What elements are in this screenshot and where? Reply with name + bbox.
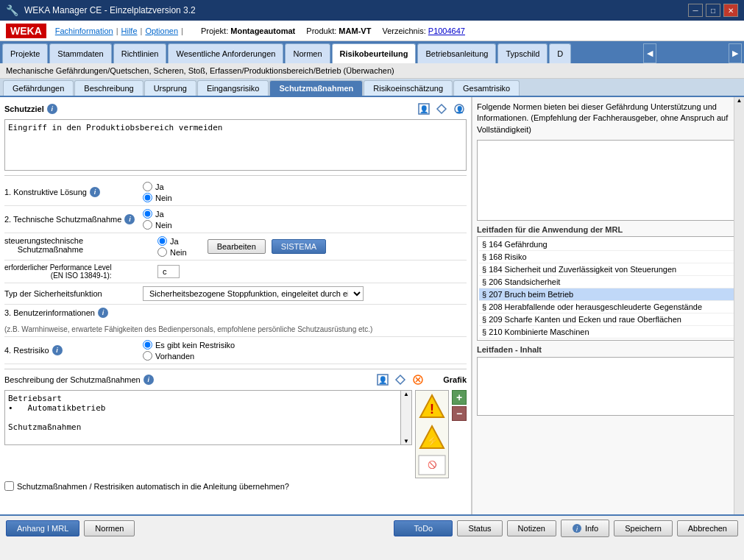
info-icon: i <box>572 523 582 534</box>
subtab-schutzmassnahmen[interactable]: Schutzmaßnahmen <box>269 80 363 96</box>
technische-info-icon[interactable]: i <box>124 214 135 224</box>
subtab-eingangsrisiko[interactable]: Eingangsrisiko <box>197 80 269 96</box>
schutzziel-textarea[interactable]: Eingriff in den Produktiobsbereich verme… <box>4 119 467 171</box>
notizen-button[interactable]: Notizen <box>507 520 556 536</box>
menu-fachinformation[interactable]: Fachinformation <box>55 26 113 35</box>
title-bar-text: WEKA Manager CE - Einzelplatzversion 3.2 <box>24 5 196 15</box>
anhang-mrl-button[interactable]: Anhang I MRL <box>6 520 79 536</box>
warning-icon-3: 🚫 <box>417 454 447 476</box>
abbrechen-button[interactable]: Abbrechen <box>677 520 738 536</box>
tab-typschild[interactable]: Typschild <box>497 43 548 63</box>
technische-ja[interactable]: Ja <box>143 209 172 219</box>
performance-label: erforderlicher Performance Level(EN ISO … <box>4 263 152 280</box>
minimize-button[interactable]: ─ <box>688 4 703 17</box>
konstruktive-loesung-label: 1. Konstruktive Lösung i <box>4 187 137 197</box>
grafik-remove-button[interactable]: − <box>452 406 467 421</box>
menu-optionen[interactable]: Optionen <box>145 26 178 35</box>
schutzmassnahmen-checkbox-label: Schutzmaßnahmen / Restrisiken automatisc… <box>17 482 289 491</box>
subtab-risikoeinschaetzung[interactable]: Risikoeinschätzung <box>364 80 453 96</box>
text-scrollbar[interactable]: ▲ ▼ <box>400 390 412 445</box>
schutzziel-section: Schutzziel i 👤 👤 Eingriff in den Produkt… <box>4 102 467 172</box>
leitfaden-item-7[interactable]: § 210 Kombinierte Maschinen <box>479 326 737 339</box>
tab-betriebsanleitung[interactable]: Betriebsanleitung <box>417 43 496 63</box>
konstruktive-loesung-row: 1. Konstruktive Lösung i Ja Nein <box>4 179 467 206</box>
directory-value[interactable]: P1004647 <box>428 26 465 35</box>
desc-toolbar-icon-1[interactable]: 👤 <box>375 372 390 387</box>
subtab-gefaehrdungen[interactable]: Gefährdungen <box>3 80 74 96</box>
svg-text:⚡: ⚡ <box>426 435 439 447</box>
leitfaden-item-0[interactable]: § 164 Gefährdung <box>479 238 737 251</box>
schutzziel-info-icon[interactable]: i <box>47 104 57 114</box>
toolbar-icon-1[interactable]: 👤 <box>417 102 431 116</box>
performance-level-row: erforderlicher Performance Level(EN ISO … <box>4 260 467 283</box>
beschreibung-section: Beschreibung der Schutzmaßnahmen i 👤 Gra… <box>4 369 467 494</box>
leitfaden-item-4[interactable]: § 207 Bruch beim Betrieb <box>479 288 737 301</box>
product-value: MAM-VT <box>339 26 371 35</box>
project-label: Projekt: <box>201 26 228 35</box>
svg-text:!: ! <box>430 402 434 417</box>
subtab-beschreibung[interactable]: Beschreibung <box>74 80 143 96</box>
grafik-add-button[interactable]: + <box>452 390 467 405</box>
toolbar-icon-3[interactable]: 👤 <box>452 102 467 116</box>
nav-scroll-left[interactable]: ◀ <box>643 43 656 63</box>
close-button[interactable]: ✕ <box>723 4 738 17</box>
restrisiko-info-icon[interactable]: i <box>52 345 63 355</box>
restrisiko-vorhanden[interactable]: Vorhanden <box>143 351 235 361</box>
konstruktive-info-icon[interactable]: i <box>90 187 100 197</box>
right-normen-box <box>477 140 740 221</box>
konstruktive-nein[interactable]: Nein <box>143 193 172 202</box>
weka-logo: WEKA <box>6 24 46 38</box>
desc-toolbar-icon-3[interactable] <box>411 372 425 387</box>
leitfaden-item-6[interactable]: § 209 Scharfe Kanten und Ecken und raue … <box>479 313 737 326</box>
scroll-up[interactable]: ▲ <box>403 391 409 397</box>
beschreibung-textarea[interactable]: Betriebsart • Automatikbetrieb Schutzmaß… <box>4 390 412 445</box>
schutzmassnahmen-checkbox[interactable] <box>4 481 14 491</box>
beschreibung-header: Beschreibung der Schutzmaßnahmen i 👤 Gra… <box>4 372 467 387</box>
schutzmassnahmen-checkbox-row: Schutzmaßnahmen / Restrisiken automatisc… <box>4 478 467 494</box>
toolbar-icon-2[interactable] <box>434 102 449 116</box>
subtab-ursprung[interactable]: Ursprung <box>144 80 196 96</box>
leitfaden-item-5[interactable]: § 208 Herabfallende oder herausgeschleud… <box>479 301 737 313</box>
maximize-button[interactable]: □ <box>706 4 720 17</box>
sicherheitsfunktion-select[interactable]: Sicherheitsbezogene Stoppfunktion, einge… <box>143 286 364 301</box>
tab-wesentliche[interactable]: Wesentliche Anforderungen <box>168 43 283 63</box>
info-button[interactable]: i Info <box>561 520 609 537</box>
konstruktive-ja[interactable]: Ja <box>143 182 172 191</box>
nav-scroll-right[interactable]: ▶ <box>729 43 742 63</box>
tab-richtlinien[interactable]: Richtlinien <box>113 43 167 63</box>
restrisiko-kein[interactable]: Es gibt kein Restrisiko <box>143 340 235 350</box>
bearbeiten-button[interactable]: Bearbeiten <box>208 239 266 254</box>
benutzerinformationen-row: 3. Benutzerinformationen i (z.B. Warnhin… <box>4 305 467 337</box>
scroll-down[interactable]: ▼ <box>403 438 409 444</box>
steuerung-nein[interactable]: Nein <box>157 247 187 257</box>
beschreibung-info-icon[interactable]: i <box>144 375 154 385</box>
tab-d[interactable]: D <box>549 43 571 63</box>
technische-nein[interactable]: Nein <box>143 220 172 230</box>
tab-risikobeurteilung[interactable]: Risikobeurteilung <box>332 43 417 63</box>
benutzerinformationen-header: 3. Benutzerinformationen i <box>4 308 108 318</box>
title-bar-controls: ─ □ ✕ <box>688 4 738 17</box>
tab-stammdaten[interactable]: Stammdaten <box>49 43 111 63</box>
sistema-button[interactable]: SISTEMA <box>272 239 326 254</box>
leitfaden-item-1[interactable]: § 168 Risiko <box>479 251 737 263</box>
status-button[interactable]: Status <box>457 520 502 536</box>
technische-label: 2. Technische Schutzmaßnahme i <box>4 214 137 224</box>
steuerung-ja[interactable]: Ja <box>157 236 187 246</box>
steuerungstechnische-label: steuerungstechnischeSchutzmaßnahme <box>4 236 152 254</box>
todo-button[interactable]: ToDo <box>394 520 453 536</box>
tab-projekte[interactable]: Projekte <box>2 43 48 63</box>
steuerungstechnische-row: steuerungstechnischeSchutzmaßnahme Ja Ne… <box>4 233 467 260</box>
right-scrollbar[interactable]: ▲ <box>734 97 744 514</box>
subtab-gesamtrisiko[interactable]: Gesamtrisiko <box>453 80 520 96</box>
leitfaden-item-3[interactable]: § 206 Standsicherheit <box>479 276 737 288</box>
right-scroll-up[interactable]: ▲ <box>734 97 744 104</box>
desc-toolbar-icon-2[interactable] <box>393 372 408 387</box>
leitfaden-item-2[interactable]: § 184 Sicherheit und Zuverlässigkeit von… <box>479 263 737 276</box>
directory-label: Verzeichnis: <box>382 26 425 35</box>
tab-normen[interactable]: Normen <box>285 43 330 63</box>
speichern-button[interactable]: Speichern <box>614 520 673 536</box>
benutzerinformationen-info-icon[interactable]: i <box>98 308 108 318</box>
project-info: Projekt: Montageautomat Produkt: MAM-VT … <box>201 26 465 35</box>
menu-hilfe[interactable]: Hilfe <box>121 26 138 35</box>
normen-button[interactable]: Normen <box>84 520 135 536</box>
